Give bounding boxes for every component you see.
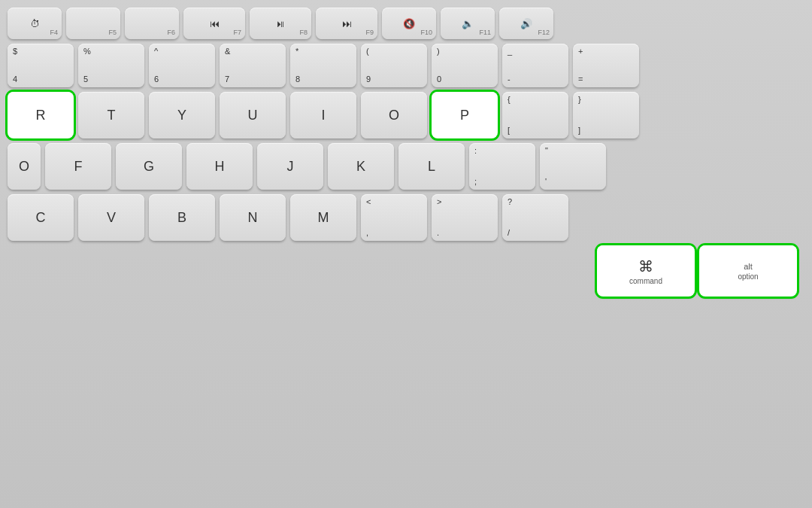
top-char: " (545, 147, 548, 155)
key-semicolon[interactable]: : ; (469, 143, 535, 190)
key-rbracket[interactable]: } ] (573, 92, 639, 138)
fn-label: F4 (50, 29, 58, 36)
key-F5[interactable]: F5 (66, 8, 120, 39)
key-label: F (74, 160, 83, 173)
key-7[interactable]: & 7 (220, 44, 286, 87)
key-F12[interactable]: 🔊 F12 (499, 8, 553, 39)
key-L[interactable]: L (398, 143, 465, 190)
key-label: V (107, 211, 116, 224)
key-O[interactable]: O (361, 92, 427, 138)
top-char: } (578, 96, 581, 104)
key-6[interactable]: ^ 6 (149, 44, 215, 87)
key-F6[interactable]: F6 (125, 8, 179, 39)
key-label: K (356, 160, 365, 173)
top-char: % (83, 47, 91, 56)
volume-high-icon: 🔊 (520, 18, 532, 29)
fn-label: F9 (365, 29, 374, 36)
top-char: & (225, 47, 230, 56)
key-O-partial[interactable]: O (8, 143, 41, 190)
key-label: M (318, 211, 329, 224)
bottom-char: 4 (13, 75, 17, 84)
key-label: J (287, 160, 294, 173)
bottom-char: = (578, 75, 583, 84)
key-C[interactable]: C (8, 194, 74, 241)
key-equals[interactable]: + = (573, 44, 639, 87)
key-F9[interactable]: ⏭ F9 (316, 8, 377, 39)
keyboard: ⏱ F4 F5 F6 ⏮ F7 ⏯ F8 ⏭ F9 🔇 F10 🔈 F11 (0, 0, 812, 508)
bottom-char: ' (545, 178, 547, 186)
brightness-icon: ⏱ (30, 18, 40, 29)
fn-label: F5 (108, 29, 117, 36)
key-F8[interactable]: ⏯ F8 (250, 8, 311, 39)
key-0[interactable]: ) 0 (432, 44, 498, 87)
key-F4[interactable]: ⏱ F4 (8, 8, 62, 39)
key-9[interactable]: ( 9 (361, 44, 427, 87)
key-label: L (428, 160, 435, 173)
playpause-icon: ⏯ (276, 18, 286, 29)
top-char: ? (508, 198, 512, 206)
key-T[interactable]: T (78, 92, 144, 138)
top-char: > (437, 198, 441, 206)
fn-label: F6 (167, 29, 175, 36)
bottom-char: - (508, 75, 511, 84)
top-char: ( (366, 47, 369, 56)
key-Y[interactable]: Y (149, 92, 215, 138)
key-label: O (19, 160, 29, 173)
key-R[interactable]: R (8, 92, 74, 138)
key-minus[interactable]: _ - (502, 44, 568, 87)
key-N[interactable]: N (220, 194, 286, 241)
fn-label: F8 (299, 29, 308, 36)
key-H[interactable]: H (186, 143, 253, 190)
key-F7[interactable]: ⏮ F7 (183, 8, 245, 39)
key-F10[interactable]: 🔇 F10 (382, 8, 436, 39)
key-G[interactable]: G (116, 143, 182, 190)
top-char: ) (437, 47, 440, 56)
fn-label: F11 (479, 29, 491, 36)
top-char: * (295, 47, 298, 56)
key-comma[interactable]: < , (361, 194, 427, 241)
fn-label: F10 (420, 29, 432, 36)
key-V[interactable]: V (78, 194, 144, 241)
key-U[interactable]: U (220, 92, 286, 138)
key-B[interactable]: B (149, 194, 215, 241)
key-4[interactable]: $ 4 (8, 44, 74, 87)
key-slash[interactable]: ? / (502, 194, 568, 241)
command-label: command (629, 277, 662, 285)
key-lbracket[interactable]: { [ (502, 92, 568, 138)
fastforward-icon: ⏭ (342, 18, 352, 29)
key-label: P (460, 108, 469, 122)
alt-label: alt (744, 262, 753, 271)
key-command[interactable]: ⌘ command (597, 245, 695, 297)
key-K[interactable]: K (328, 143, 394, 190)
zxcv-row: C V B N M < , > . ? / (8, 194, 804, 241)
key-quote[interactable]: " ' (540, 143, 606, 190)
bottom-char: 7 (225, 75, 229, 84)
key-F[interactable]: F (45, 143, 111, 190)
top-char: : (474, 147, 477, 155)
fn-label: F12 (538, 29, 550, 36)
key-F11[interactable]: 🔈 F11 (441, 8, 495, 39)
top-char: + (578, 47, 583, 56)
key-label: Y (177, 108, 186, 122)
top-char: _ (508, 47, 512, 56)
top-char: { (508, 96, 511, 104)
key-label: B (177, 211, 186, 224)
key-period[interactable]: > . (432, 194, 498, 241)
bottom-char: , (366, 229, 368, 237)
bottom-char: ; (474, 178, 477, 186)
key-option[interactable]: alt option (699, 245, 797, 297)
bottom-char: ] (578, 126, 580, 135)
key-I[interactable]: I (290, 92, 356, 138)
top-char: ^ (154, 47, 158, 56)
key-8[interactable]: * 8 (290, 44, 356, 87)
key-M[interactable]: M (290, 194, 356, 241)
key-label: C (36, 211, 46, 224)
top-char: < (366, 198, 371, 206)
key-J[interactable]: J (257, 143, 323, 190)
key-5[interactable]: % 5 (78, 44, 144, 87)
key-label: O (389, 108, 399, 122)
key-P[interactable]: P (432, 92, 498, 138)
bottom-char: 6 (154, 75, 159, 84)
bottom-char: 8 (295, 75, 300, 84)
bottom-char: [ (508, 126, 510, 135)
